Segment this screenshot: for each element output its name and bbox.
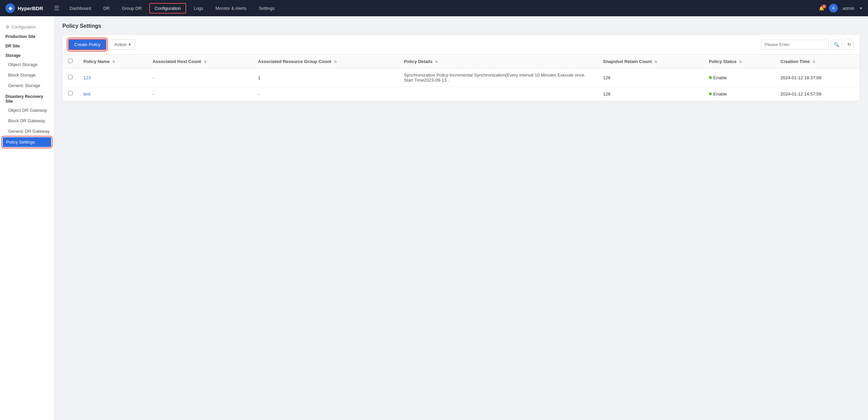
user-avatar: A bbox=[829, 4, 838, 13]
table-body: 123 - 1 Synchronization Policy-Increment… bbox=[63, 68, 860, 101]
nav-dr[interactable]: DR bbox=[99, 4, 115, 13]
sort-icon-creation-time: ⇅ bbox=[812, 60, 815, 64]
nav-configuration[interactable]: Configuration bbox=[149, 3, 186, 14]
policy-name-link-1[interactable]: test bbox=[83, 91, 91, 97]
app-name: HyperBDR bbox=[18, 5, 43, 11]
main-content: Policy Settings Create Policy Action ▼ 🔍… bbox=[54, 16, 868, 420]
policy-name-link-0[interactable]: 123 bbox=[83, 75, 91, 80]
hamburger-menu[interactable]: ☰ bbox=[51, 3, 62, 13]
notification-badge: 1 bbox=[822, 4, 826, 8]
sidebar-group-dr-site: Disastery Recovery Site bbox=[0, 91, 54, 105]
sidebar-item-generic-storage[interactable]: Generic Storage bbox=[0, 80, 54, 91]
toolbar-right: 🔍 ↻ bbox=[761, 40, 854, 49]
topnav-right: 🔔 1 A admin ▼ bbox=[819, 4, 863, 13]
table-row: test - - 128 Enable 2024-01-12 14:57:59 bbox=[63, 87, 860, 101]
sidebar-section-label: Configuration bbox=[12, 25, 36, 29]
nav-monitor[interactable]: Monitor & Alerts bbox=[211, 4, 251, 13]
sort-icon-resource-group: ⇅ bbox=[334, 60, 337, 64]
sort-icon-snapshot: ⇅ bbox=[654, 60, 657, 64]
nav-group-dr[interactable]: Group DR bbox=[117, 4, 146, 13]
sidebar-section-configuration: ⚙ Configuration bbox=[0, 22, 54, 31]
create-policy-button[interactable]: Create Policy bbox=[68, 39, 106, 50]
row-policy-status-1: Enable bbox=[704, 87, 775, 101]
row-snapshot-count-1: 128 bbox=[598, 87, 704, 101]
config-icon: ⚙ bbox=[5, 24, 9, 29]
th-policy-details[interactable]: Policy Details ⇅ bbox=[398, 55, 597, 68]
status-dot-0 bbox=[709, 76, 712, 79]
status-dot-1 bbox=[709, 92, 712, 95]
row-creation-time-1: 2024-01-12 14:57:59 bbox=[775, 87, 860, 101]
row-resource-group-count-0: 1 bbox=[253, 68, 398, 87]
row-creation-time-0: 2024-01-12 18:37:09 bbox=[775, 68, 860, 87]
sidebar-item-policy-settings[interactable]: Policy Settings bbox=[3, 137, 51, 147]
select-all-checkbox[interactable] bbox=[68, 59, 73, 63]
nav-settings[interactable]: Settings bbox=[254, 4, 279, 13]
nav-logs[interactable]: Logs bbox=[189, 4, 208, 13]
sort-icon-policy-details: ⇅ bbox=[435, 60, 438, 64]
th-snapshot-count[interactable]: Snapshot Retain Count ⇅ bbox=[598, 55, 704, 68]
row-policy-name-1[interactable]: test bbox=[78, 87, 147, 101]
sidebar-item-generic-dr-gateway[interactable]: Generic DR Gateway bbox=[0, 126, 54, 136]
sidebar-item-block-storage[interactable]: Block Storage bbox=[0, 70, 54, 80]
table-header-row: Policy Name ⇅ Associated Host Count ⇅ As… bbox=[63, 55, 860, 68]
th-host-count[interactable]: Associated Host Count ⇅ bbox=[147, 55, 253, 68]
row-host-count-0: - bbox=[147, 68, 253, 87]
status-label-0: Enable bbox=[713, 75, 727, 80]
sidebar: ⚙ Configuration Production Site DR Site … bbox=[0, 16, 54, 420]
row-checkbox-cell[interactable] bbox=[63, 68, 78, 87]
row-resource-group-count-1: - bbox=[253, 87, 398, 101]
sidebar-group-storage: Storage bbox=[0, 50, 54, 59]
search-input[interactable] bbox=[761, 40, 829, 49]
search-button[interactable]: 🔍 bbox=[831, 40, 842, 49]
sort-icon-policy-name: ⇅ bbox=[112, 60, 115, 64]
sidebar-group-dr: DR Site bbox=[0, 40, 54, 50]
row-checkbox-1[interactable] bbox=[68, 91, 73, 96]
sidebar-item-object-dr-gateway[interactable]: Object DR Gateway bbox=[0, 105, 54, 115]
row-checkbox-cell[interactable] bbox=[63, 87, 78, 101]
app-logo: ◈ HyperBDR bbox=[5, 3, 43, 13]
page-title: Policy Settings bbox=[62, 23, 860, 29]
row-policy-status-0: Enable bbox=[704, 68, 775, 87]
main-layout: ⚙ Configuration Production Site DR Site … bbox=[0, 16, 868, 420]
sort-icon-status: ⇅ bbox=[739, 60, 742, 64]
top-navigation: ◈ HyperBDR ☰ Dashboard DR Group DR Confi… bbox=[0, 0, 868, 16]
row-host-count-1: - bbox=[147, 87, 253, 101]
logo-icon: ◈ bbox=[5, 3, 15, 13]
row-policy-details-0: Synchronization Policy-Incremental Synch… bbox=[398, 68, 597, 87]
row-policy-details-1 bbox=[398, 87, 597, 101]
refresh-button[interactable]: ↻ bbox=[844, 40, 854, 49]
th-policy-name[interactable]: Policy Name ⇅ bbox=[78, 55, 147, 68]
admin-label[interactable]: admin bbox=[843, 6, 854, 11]
th-policy-status[interactable]: Policy Status ⇅ bbox=[704, 55, 775, 68]
policy-table-card: Create Policy Action ▼ 🔍 ↻ bbox=[62, 35, 860, 101]
admin-dropdown-icon[interactable]: ▼ bbox=[859, 6, 863, 10]
sort-icon-host-count: ⇅ bbox=[204, 60, 206, 64]
status-label-1: Enable bbox=[713, 91, 727, 97]
action-chevron-icon: ▼ bbox=[128, 43, 131, 46]
row-snapshot-count-0: 128 bbox=[598, 68, 704, 87]
notification-bell[interactable]: 🔔 1 bbox=[819, 6, 824, 11]
sidebar-item-object-storage[interactable]: Object Storage bbox=[0, 59, 54, 70]
toolbar: Create Policy Action ▼ 🔍 ↻ bbox=[63, 35, 860, 55]
th-creation-time[interactable]: Creation Time ⇅ bbox=[775, 55, 860, 68]
policy-table: Policy Name ⇅ Associated Host Count ⇅ As… bbox=[63, 55, 860, 101]
table-row: 123 - 1 Synchronization Policy-Increment… bbox=[63, 68, 860, 87]
th-resource-group-count[interactable]: Associated Resource Group Count ⇅ bbox=[253, 55, 398, 68]
sidebar-group-production: Production Site bbox=[0, 31, 54, 40]
th-select-all[interactable] bbox=[63, 55, 78, 68]
nav-dashboard[interactable]: Dashboard bbox=[65, 4, 96, 13]
action-label: Action bbox=[114, 42, 126, 47]
row-checkbox-0[interactable] bbox=[68, 75, 73, 79]
action-dropdown-button[interactable]: Action ▼ bbox=[110, 39, 136, 50]
row-policy-name-0[interactable]: 123 bbox=[78, 68, 147, 87]
policy-table-wrap: Policy Name ⇅ Associated Host Count ⇅ As… bbox=[63, 55, 860, 101]
sidebar-item-block-dr-gateway[interactable]: Block DR Gateway bbox=[0, 115, 54, 126]
